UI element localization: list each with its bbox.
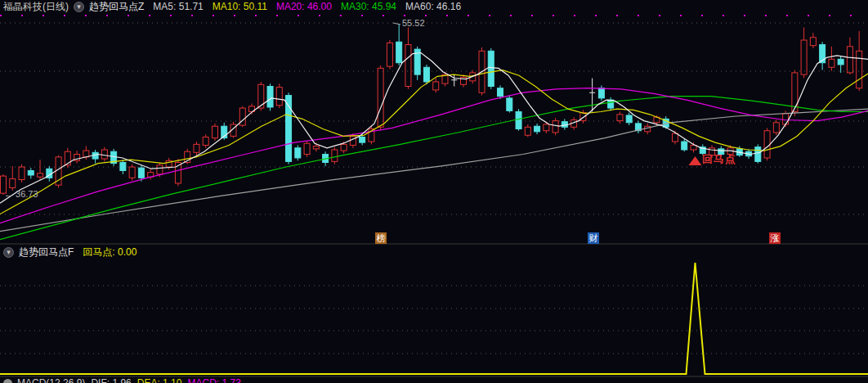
ma5-readout: MA5: 51.71	[153, 1, 203, 13]
ma30-readout: MA30: 45.94	[341, 1, 396, 13]
sub-signal-readout: 回马点: 0.00	[83, 246, 136, 259]
macd-readout: MACD: 1.73	[187, 377, 240, 383]
main-indicator-name[interactable]: 趋势回马点Z	[89, 1, 144, 13]
chevron-down-icon[interactable]	[3, 247, 14, 258]
stock-chart-app: 福晶科技(日线) 趋势回马点Z MA5: 51.71 MA10: 50.11 M…	[0, 0, 868, 383]
chevron-down-icon[interactable]	[74, 2, 84, 12]
chart-canvas[interactable]	[0, 0, 868, 383]
ma60-readout: MA60: 46.16	[405, 1, 461, 13]
macd-header: MACD(12,26,9) DIF: 1.96 DEA: 1.10 MACD: …	[0, 377, 868, 383]
low-price-label: ← 36.73	[4, 189, 38, 199]
tag-button-cai[interactable]: 财	[588, 232, 599, 244]
collapse-circle-icon[interactable]	[3, 379, 12, 383]
high-price-label: 55.52	[402, 18, 425, 28]
sub-chart-header: 趋势回马点F 回马点: 0.00	[0, 246, 868, 259]
signal-label: 回马点	[702, 152, 736, 167]
tag-button-bang[interactable]: 榜	[375, 232, 387, 244]
ma20-readout: MA20: 46.00	[276, 1, 332, 13]
macd-title[interactable]: MACD(12,26,9)	[17, 377, 85, 383]
ma10-readout: MA10: 50.11	[213, 1, 267, 13]
tag-button-zhang[interactable]: 涨	[769, 232, 781, 244]
sub-indicator-name[interactable]: 趋势回马点F	[19, 246, 74, 259]
dea-readout: DEA: 1.10	[137, 377, 182, 383]
stock-title: 福晶科技(日线)	[3, 1, 69, 13]
main-chart-header: 福晶科技(日线) 趋势回马点Z MA5: 51.71 MA10: 50.11 M…	[0, 1, 868, 13]
dif-readout: DIF: 1.96	[91, 377, 131, 383]
